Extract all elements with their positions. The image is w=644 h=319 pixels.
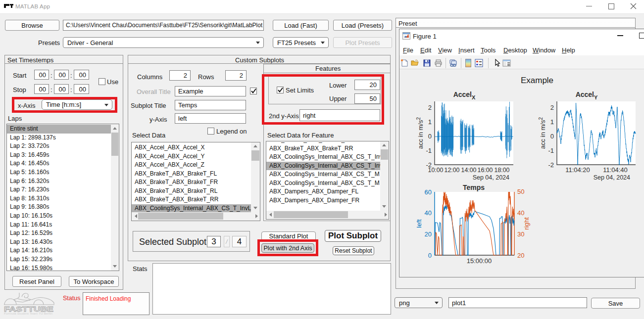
svg-text:Example: Example [521,76,553,85]
svg-text:0: 0 [428,133,432,140]
svg-text:X: X [472,94,476,100]
svg-text:30: 30 [517,230,524,238]
svg-text:20: 20 [425,230,432,238]
svg-text:60: 60 [425,188,432,196]
svg-text:Temps: Temps [463,183,485,191]
svg-text:acc in m/s2: acc in m/s2 [538,117,546,149]
svg-text:2: 2 [428,104,432,111]
svg-text:Formula Student Team TU Berlin: Formula Student Team TU Berlin [4,312,52,315]
svg-text:1: 1 [550,118,554,126]
svg-text:-1: -1 [548,147,554,154]
svg-text:16:00: 16:00 [477,167,493,174]
svg-text:0: 0 [428,252,432,259]
svg-text:left: left [415,219,423,228]
svg-text:40: 40 [425,209,432,217]
svg-text:-1: -1 [426,147,432,154]
svg-text:50: 50 [517,188,524,195]
svg-text:14:00: 14:00 [461,167,476,174]
svg-text:15:00:00: 15:00:00 [467,257,492,265]
svg-text:10:00: 10:00 [428,167,443,174]
svg-text:Accel: Accel [453,91,472,98]
svg-text:2: 2 [550,104,554,111]
svg-text:11:04:20: 11:04:20 [565,166,590,174]
svg-text:18:00: 18:00 [494,167,509,174]
svg-text:1: 1 [428,118,432,126]
svg-text:20: 20 [517,252,524,259]
svg-text:40: 40 [517,209,524,217]
svg-text:11:04:40: 11:04:40 [603,166,628,174]
svg-text:Sep 04, 2024: Sep 04, 2024 [594,174,630,181]
svg-text:-2: -2 [548,161,554,169]
svg-text:Y: Y [594,94,598,100]
svg-text:acc in m/s2: acc in m/s2 [416,117,424,149]
svg-text:Sep 04, 2024: Sep 04, 2024 [473,174,509,181]
svg-text:0: 0 [550,133,554,140]
svg-text:right: right [523,217,530,230]
svg-text:12:00: 12:00 [444,167,459,174]
svg-text:Accel: Accel [576,91,594,98]
